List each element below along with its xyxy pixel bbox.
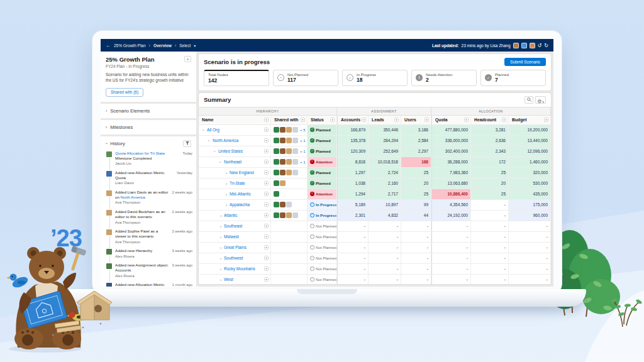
back-icon[interactable] <box>106 43 111 48</box>
shared-with-cell[interactable] <box>271 264 308 274</box>
node-name-link[interactable]: Atlantic <box>224 213 237 217</box>
row-menu-button[interactable] <box>264 277 269 282</box>
column-header-leads[interactable]: Leads <box>369 116 401 124</box>
row-name-cell[interactable]: Southeast <box>199 221 271 231</box>
stat-in-progress[interactable]: In Progress18 <box>342 70 408 86</box>
sidebar-item-scenario-elements[interactable]: Scenario Elements <box>101 104 196 118</box>
stat-planned[interactable]: Planned7 <box>480 70 546 86</box>
history-header[interactable]: History <box>101 136 196 150</box>
submit-scenario-button[interactable]: Submit Scenario <box>504 58 546 66</box>
chevron-down-icon[interactable] <box>194 43 196 48</box>
column-header-users[interactable]: Users <box>401 116 431 124</box>
history-item[interactable]: Added new Allocation Metric: QuotaLiam D… <box>106 170 192 185</box>
undo-icon[interactable] <box>538 43 542 48</box>
chevron-right-icon[interactable] <box>219 245 223 250</box>
chevron-down-icon[interactable] <box>362 118 366 122</box>
row-name-cell[interactable]: Tri-State <box>199 178 271 189</box>
user-avatar[interactable] <box>521 43 527 48</box>
row-name-cell[interactable]: New England <box>199 168 271 178</box>
column-header-headcount[interactable]: Headcount <box>471 116 509 124</box>
shared-with-cell[interactable] <box>271 211 308 221</box>
row-menu-button[interactable] <box>264 256 269 260</box>
column-header-shared-with[interactable]: Shared with <box>271 116 308 124</box>
node-name-link[interactable]: Midwest <box>224 234 239 239</box>
row-menu-button[interactable] <box>264 138 269 143</box>
row-menu-button[interactable] <box>264 192 269 196</box>
row-name-cell[interactable]: Appalachia <box>199 200 271 210</box>
shared-extra-count[interactable]: + 5 <box>300 128 306 132</box>
chevron-down-icon[interactable] <box>208 138 211 143</box>
breadcrumb-overview[interactable]: Overview <box>153 43 172 48</box>
history-item[interactable]: Added new Assignment object: AccountsAle… <box>106 263 192 278</box>
chevron-down-icon[interactable] <box>264 118 269 122</box>
history-item[interactable]: Added new HierarchyAlex Rivera3 weeks ag… <box>106 248 192 258</box>
chevron-down-icon[interactable] <box>219 160 223 164</box>
row-name-cell[interactable]: Rocky Mountains <box>199 264 271 274</box>
shared-with-cell[interactable]: + 1 <box>271 136 308 146</box>
history-item[interactable]: Added Liam Davis as an editor on North A… <box>106 190 192 205</box>
shared-with-cell[interactable] <box>271 243 308 253</box>
row-menu-button[interactable] <box>264 224 269 228</box>
row-name-cell[interactable]: United States <box>199 146 271 156</box>
filter-button[interactable] <box>183 140 191 147</box>
node-name-link[interactable]: Northeast <box>224 160 242 164</box>
shared-with-cell[interactable]: + 1 <box>271 146 308 156</box>
row-menu-button[interactable] <box>264 245 269 250</box>
shared-with-cell[interactable] <box>271 275 308 285</box>
redo-icon[interactable] <box>544 43 548 48</box>
row-menu-button[interactable] <box>264 213 269 217</box>
user-avatar[interactable] <box>530 43 535 48</box>
row-menu-button[interactable] <box>264 128 269 132</box>
breadcrumb-select[interactable]: Select <box>179 43 191 48</box>
column-header-status[interactable]: Status <box>308 116 337 124</box>
row-menu-button[interactable] <box>264 160 269 164</box>
row-name-cell[interactable]: Great Plains <box>199 243 271 253</box>
row-name-cell[interactable]: All Org <box>199 125 271 135</box>
chevron-right-icon[interactable] <box>225 202 228 207</box>
row-name-cell[interactable]: Northeast <box>199 157 271 167</box>
node-name-link[interactable]: All Org <box>207 128 219 132</box>
node-name-link[interactable]: Southeast <box>224 224 242 228</box>
chevron-right-icon[interactable] <box>219 266 223 271</box>
node-name-link[interactable]: Appalachia <box>230 202 250 207</box>
shared-with-button[interactable]: Shared with (6) <box>106 88 143 97</box>
history-item[interactable]: Added David Beckham as an editor to this… <box>106 209 192 224</box>
chevron-down-icon[interactable] <box>425 118 429 122</box>
shared-with-cell[interactable] <box>271 232 308 242</box>
chevron-down-icon[interactable] <box>202 128 206 132</box>
stat-total-nodes[interactable]: Total Nodes142 <box>204 70 269 86</box>
chevron-down-icon[interactable] <box>394 118 399 122</box>
row-menu-button[interactable] <box>264 234 269 239</box>
column-header-accounts[interactable]: Accounts <box>337 116 369 124</box>
row-name-cell[interactable]: West <box>199 275 271 285</box>
shared-with-cell[interactable] <box>271 178 308 189</box>
row-menu-button[interactable] <box>264 149 269 153</box>
shared-with-cell[interactable]: + 1 <box>271 157 308 167</box>
chevron-right-icon[interactable] <box>219 256 223 260</box>
user-avatar[interactable] <box>513 43 519 48</box>
row-menu-button[interactable] <box>264 170 269 175</box>
node-name-link[interactable]: Southwest <box>224 256 243 260</box>
chevron-right-icon[interactable] <box>225 192 228 196</box>
history-item[interactable]: Quota Allocation for Tri-State Milestone… <box>106 151 192 166</box>
breadcrumb-plan[interactable]: 25% Growth Plan <box>114 43 146 48</box>
row-menu-button[interactable] <box>264 202 269 207</box>
search-button[interactable] <box>525 96 533 104</box>
chevron-right-icon[interactable] <box>225 170 228 175</box>
chevron-down-icon[interactable] <box>330 118 335 122</box>
chevron-down-icon[interactable] <box>301 118 305 122</box>
chevron-down-icon[interactable] <box>213 149 217 153</box>
stat-not-planned[interactable]: Not Planned117 <box>273 70 338 86</box>
column-header-name[interactable]: Name <box>199 116 271 124</box>
row-menu-button[interactable] <box>264 266 269 271</box>
shared-with-cell[interactable] <box>271 189 308 199</box>
shared-with-cell[interactable] <box>271 253 308 263</box>
chevron-down-icon[interactable] <box>464 118 469 122</box>
row-name-cell[interactable]: Mid-Atlantic <box>199 189 271 199</box>
column-header-quota[interactable]: Quota <box>431 116 471 124</box>
chevron-down-icon[interactable] <box>544 118 548 122</box>
shared-extra-count[interactable]: + 1 <box>300 150 306 153</box>
node-name-link[interactable]: United States <box>218 149 243 153</box>
node-name-link[interactable]: Tri-State <box>230 181 245 185</box>
table-settings-button[interactable] <box>535 96 546 104</box>
